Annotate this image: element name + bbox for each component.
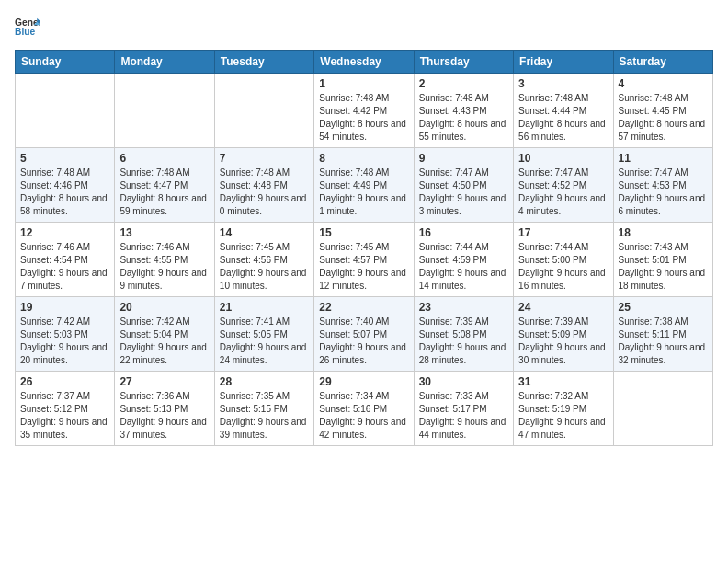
day-number: 24: [518, 301, 608, 314]
day-detail: Sunrise: 7:46 AM Sunset: 4:54 PM Dayligh…: [20, 241, 109, 293]
calendar-cell: 21Sunrise: 7:41 AM Sunset: 5:05 PM Dayli…: [214, 297, 313, 372]
calendar-cell: 10Sunrise: 7:47 AM Sunset: 4:52 PM Dayli…: [514, 148, 613, 223]
day-number: 23: [419, 301, 508, 314]
day-detail: Sunrise: 7:48 AM Sunset: 4:47 PM Dayligh…: [119, 167, 209, 218]
calendar-cell: 23Sunrise: 7:39 AM Sunset: 5:08 PM Dayli…: [414, 297, 513, 372]
day-detail: Sunrise: 7:42 AM Sunset: 5:04 PM Dayligh…: [119, 316, 209, 367]
day-number: 8: [319, 152, 408, 165]
calendar-cell: 8Sunrise: 7:48 AM Sunset: 4:49 PM Daylig…: [314, 148, 414, 223]
calendar-week-4: 26Sunrise: 7:37 AM Sunset: 5:12 PM Dayli…: [16, 372, 713, 446]
day-detail: Sunrise: 7:38 AM Sunset: 5:11 PM Dayligh…: [619, 316, 708, 367]
calendar-cell: 25Sunrise: 7:38 AM Sunset: 5:11 PM Dayli…: [613, 297, 712, 372]
header-row: General Blue: [15, 15, 713, 40]
day-number: 27: [119, 375, 209, 388]
day-detail: Sunrise: 7:48 AM Sunset: 4:49 PM Dayligh…: [319, 167, 408, 218]
weekday-header-monday: Monday: [115, 51, 214, 74]
day-number: 31: [518, 375, 608, 388]
day-detail: Sunrise: 7:48 AM Sunset: 4:46 PM Dayligh…: [20, 167, 109, 218]
day-detail: Sunrise: 7:47 AM Sunset: 4:52 PM Dayligh…: [518, 167, 608, 218]
day-number: 22: [319, 301, 408, 314]
day-detail: Sunrise: 7:33 AM Sunset: 5:17 PM Dayligh…: [419, 390, 508, 442]
day-number: 11: [619, 152, 708, 165]
day-number: 2: [419, 77, 508, 90]
calendar-week-2: 12Sunrise: 7:46 AM Sunset: 4:54 PM Dayli…: [16, 223, 713, 297]
day-number: 20: [119, 301, 209, 314]
day-detail: Sunrise: 7:43 AM Sunset: 5:01 PM Dayligh…: [619, 241, 708, 293]
calendar-cell: 22Sunrise: 7:40 AM Sunset: 5:07 PM Dayli…: [314, 297, 414, 372]
day-detail: Sunrise: 7:32 AM Sunset: 5:19 PM Dayligh…: [518, 390, 608, 442]
day-number: 15: [319, 226, 408, 239]
day-detail: Sunrise: 7:45 AM Sunset: 4:56 PM Dayligh…: [220, 241, 309, 293]
day-number: 10: [518, 152, 608, 165]
weekday-header-thursday: Thursday: [414, 51, 513, 74]
calendar-cell: 31Sunrise: 7:32 AM Sunset: 5:19 PM Dayli…: [514, 372, 613, 446]
day-detail: Sunrise: 7:39 AM Sunset: 5:09 PM Dayligh…: [518, 316, 608, 367]
calendar-cell: 30Sunrise: 7:33 AM Sunset: 5:17 PM Dayli…: [414, 372, 513, 446]
calendar-cell: 29Sunrise: 7:34 AM Sunset: 5:16 PM Dayli…: [314, 372, 414, 446]
calendar-cell: 24Sunrise: 7:39 AM Sunset: 5:09 PM Dayli…: [514, 297, 613, 372]
day-number: 25: [619, 301, 708, 314]
calendar-week-0: 1Sunrise: 7:48 AM Sunset: 4:42 PM Daylig…: [16, 74, 713, 148]
day-number: 1: [319, 77, 408, 90]
calendar-cell: [16, 74, 115, 148]
day-number: 5: [20, 152, 109, 165]
calendar-cell: [214, 74, 313, 148]
day-number: 16: [419, 226, 508, 239]
calendar-cell: 28Sunrise: 7:35 AM Sunset: 5:15 PM Dayli…: [214, 372, 313, 446]
day-number: 6: [119, 152, 209, 165]
day-number: 7: [220, 152, 309, 165]
day-detail: Sunrise: 7:48 AM Sunset: 4:48 PM Dayligh…: [220, 167, 309, 218]
day-number: 13: [119, 226, 209, 239]
svg-text:Blue: Blue: [15, 27, 36, 37]
day-number: 4: [619, 77, 708, 90]
day-detail: Sunrise: 7:45 AM Sunset: 4:57 PM Dayligh…: [319, 241, 408, 293]
day-detail: Sunrise: 7:41 AM Sunset: 5:05 PM Dayligh…: [220, 316, 309, 367]
logo-icon: General Blue: [15, 15, 40, 40]
day-number: 28: [220, 375, 309, 388]
day-detail: Sunrise: 7:44 AM Sunset: 4:59 PM Dayligh…: [419, 241, 508, 293]
day-detail: Sunrise: 7:34 AM Sunset: 5:16 PM Dayligh…: [319, 390, 408, 442]
logo: General Blue: [15, 15, 44, 40]
weekday-header-sunday: Sunday: [16, 51, 115, 74]
day-number: 29: [319, 375, 408, 388]
calendar-cell: 16Sunrise: 7:44 AM Sunset: 4:59 PM Dayli…: [414, 223, 513, 297]
calendar-cell: [613, 372, 712, 446]
calendar-cell: 7Sunrise: 7:48 AM Sunset: 4:48 PM Daylig…: [214, 148, 313, 223]
calendar-cell: [115, 74, 214, 148]
calendar-cell: 17Sunrise: 7:44 AM Sunset: 5:00 PM Dayli…: [514, 223, 613, 297]
day-number: 21: [220, 301, 309, 314]
calendar-cell: 18Sunrise: 7:43 AM Sunset: 5:01 PM Dayli…: [613, 223, 712, 297]
weekday-header-row: SundayMondayTuesdayWednesdayThursdayFrid…: [16, 51, 713, 74]
calendar-table: SundayMondayTuesdayWednesdayThursdayFrid…: [15, 50, 713, 446]
calendar-cell: 13Sunrise: 7:46 AM Sunset: 4:55 PM Dayli…: [115, 223, 214, 297]
day-number: 17: [518, 226, 608, 239]
day-detail: Sunrise: 7:35 AM Sunset: 5:15 PM Dayligh…: [220, 390, 309, 442]
weekday-header-tuesday: Tuesday: [214, 51, 313, 74]
day-detail: Sunrise: 7:40 AM Sunset: 5:07 PM Dayligh…: [319, 316, 408, 367]
calendar-cell: 9Sunrise: 7:47 AM Sunset: 4:50 PM Daylig…: [414, 148, 513, 223]
weekday-header-wednesday: Wednesday: [314, 51, 414, 74]
calendar-cell: 27Sunrise: 7:36 AM Sunset: 5:13 PM Dayli…: [115, 372, 214, 446]
day-number: 14: [220, 226, 309, 239]
calendar-week-3: 19Sunrise: 7:42 AM Sunset: 5:03 PM Dayli…: [16, 297, 713, 372]
calendar-cell: 3Sunrise: 7:48 AM Sunset: 4:44 PM Daylig…: [514, 74, 613, 148]
calendar-week-1: 5Sunrise: 7:48 AM Sunset: 4:46 PM Daylig…: [16, 148, 713, 223]
day-number: 12: [20, 226, 109, 239]
calendar-cell: 6Sunrise: 7:48 AM Sunset: 4:47 PM Daylig…: [115, 148, 214, 223]
day-detail: Sunrise: 7:48 AM Sunset: 4:43 PM Dayligh…: [419, 92, 508, 144]
day-detail: Sunrise: 7:48 AM Sunset: 4:42 PM Dayligh…: [319, 92, 408, 144]
day-detail: Sunrise: 7:48 AM Sunset: 4:44 PM Dayligh…: [518, 92, 608, 144]
calendar-cell: 14Sunrise: 7:45 AM Sunset: 4:56 PM Dayli…: [214, 223, 313, 297]
calendar-cell: 12Sunrise: 7:46 AM Sunset: 4:54 PM Dayli…: [16, 223, 115, 297]
day-detail: Sunrise: 7:47 AM Sunset: 4:53 PM Dayligh…: [619, 167, 708, 218]
calendar-cell: 5Sunrise: 7:48 AM Sunset: 4:46 PM Daylig…: [16, 148, 115, 223]
page-container: General Blue SundayMondayTuesdayWednesda…: [0, 0, 728, 455]
day-number: 30: [419, 375, 508, 388]
calendar-cell: 2Sunrise: 7:48 AM Sunset: 4:43 PM Daylig…: [414, 74, 513, 148]
day-detail: Sunrise: 7:37 AM Sunset: 5:12 PM Dayligh…: [20, 390, 109, 442]
day-number: 26: [20, 375, 109, 388]
weekday-header-saturday: Saturday: [613, 51, 712, 74]
day-number: 3: [518, 77, 608, 90]
calendar-cell: 26Sunrise: 7:37 AM Sunset: 5:12 PM Dayli…: [16, 372, 115, 446]
calendar-cell: 19Sunrise: 7:42 AM Sunset: 5:03 PM Dayli…: [16, 297, 115, 372]
